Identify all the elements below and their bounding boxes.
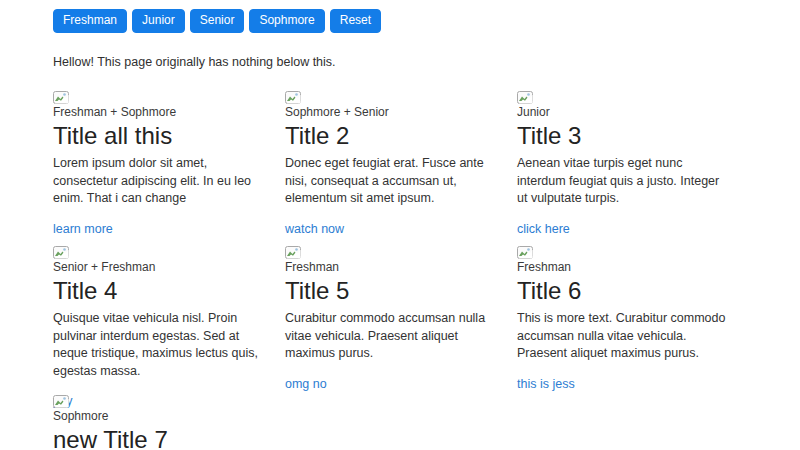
card-title: Title 5 [285,278,497,304]
card-body-text: Lorem ipsum dolor sit amet, consectetur … [53,155,265,208]
card-body-text: Donec eget feugiat erat. Fusce ante nisi… [285,155,497,208]
card-title: Title 3 [517,123,729,149]
broken-image-icon [53,246,69,259]
reset-button[interactable]: Reset [330,9,381,33]
image-alt-text: Freshman [517,260,729,274]
card-title: Title 2 [285,123,497,149]
card-body-text: Quisque vitae vehicula nisl. Proin pulvi… [53,310,265,380]
card-body-text: Aenean vitae turpis eget nunc interdum f… [517,155,729,208]
broken-image-icon [53,91,69,104]
image-alt-text: Senior + Freshman [53,260,265,274]
content-card: Junior Title 3 Aenean vitae turpis eget … [517,91,749,237]
image-alt-text: Junior [517,105,729,119]
card-title: Title all this [53,123,265,149]
content-card: Sophmore new Title 7 [53,395,285,450]
card-link[interactable]: this is jess [517,377,575,391]
broken-image-icon [517,91,533,104]
card-title: Title 4 [53,278,265,304]
image-alt-text: Sophmore + Senior [285,105,497,119]
page: Freshman Junior Senior Sophmore Reset He… [0,0,800,450]
card-grid: Freshman + Sophmore Title all this Lorem… [53,91,749,450]
image-alt-text: Freshman [285,260,497,274]
broken-image-icon [517,246,533,259]
card-body-text: Curabitur commodo accumsan nulla vitae v… [285,310,497,363]
filter-toolbar: Freshman Junior Senior Sophmore Reset [53,9,749,33]
card-link[interactable]: click here [517,222,570,236]
image-alt-text: Sophmore [53,409,265,423]
content-card: Freshman + Sophmore Title all this Lorem… [53,91,285,237]
card-link[interactable]: learn more [53,222,113,236]
broken-image-icon [285,91,301,104]
card-link[interactable]: omg no [285,377,327,391]
card-title: Title 6 [517,278,729,304]
greeting-text: Hellow! This page originally has nothing… [53,55,749,69]
content-card: Sophmore + Senior Title 2 Donec eget feu… [285,91,517,237]
broken-image-icon [285,246,301,259]
filter-button-freshman[interactable]: Freshman [53,9,127,33]
content-card: Freshman Title 5 Curabitur commodo accum… [285,246,517,392]
content-card: Freshman Title 6 This is more text. Cura… [517,246,749,392]
card-body-text: This is more text. Curabitur commodo acc… [517,310,729,363]
filter-button-senior[interactable]: Senior [190,9,245,33]
filter-button-sophmore[interactable]: Sophmore [249,9,324,33]
content-card: Senior + Freshman Title 4 Quisque vitae … [53,246,285,409]
broken-image-icon [53,395,69,408]
filter-button-junior[interactable]: Junior [132,9,185,33]
image-alt-text: Freshman + Sophmore [53,105,265,119]
card-link[interactable]: watch now [285,222,344,236]
card-title: new Title 7 [53,427,265,450]
